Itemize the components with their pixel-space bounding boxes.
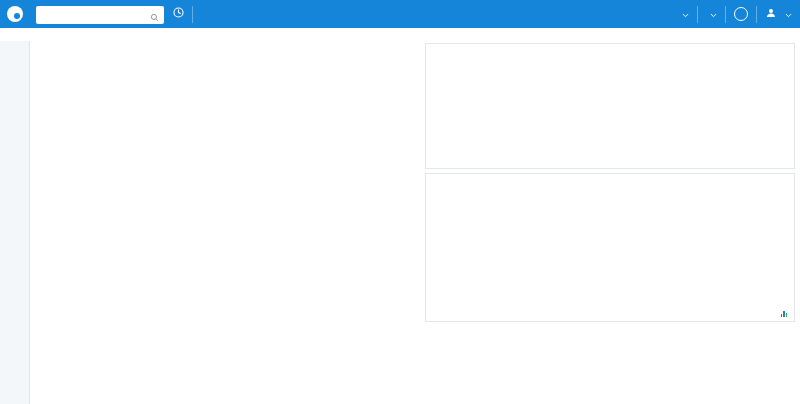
mini-chart-icon (781, 311, 788, 317)
user-icon (765, 5, 777, 23)
history-icon (172, 6, 185, 22)
business-date-selector[interactable] (698, 0, 725, 28)
search-input[interactable] (36, 6, 164, 24)
user-menu[interactable] (757, 0, 800, 28)
search-icon (150, 8, 159, 26)
dashboard-content (30, 41, 800, 404)
recent-history-button[interactable] (164, 0, 192, 28)
sidebar (0, 41, 30, 404)
vendor-trends-chart (432, 179, 788, 329)
app-logo[interactable] (0, 0, 30, 28)
topbar-divider (725, 6, 726, 23)
charts-column (425, 43, 795, 404)
vendor-trends-widget (425, 173, 795, 322)
global-search (36, 4, 164, 25)
chevron-down-icon (682, 5, 689, 23)
chevron-down-icon (785, 5, 792, 23)
top-bar (0, 0, 800, 28)
application-window (0, 0, 800, 404)
kpi-tiles-column (36, 43, 419, 404)
chevron-down-icon (710, 5, 717, 23)
logo-icon (7, 6, 23, 22)
help-button[interactable] (734, 7, 748, 21)
topbar-divider (192, 6, 193, 23)
cash-position-widget (425, 43, 795, 169)
page-header (0, 28, 800, 41)
tools-button[interactable] (788, 32, 790, 39)
company-selector[interactable] (670, 0, 697, 28)
